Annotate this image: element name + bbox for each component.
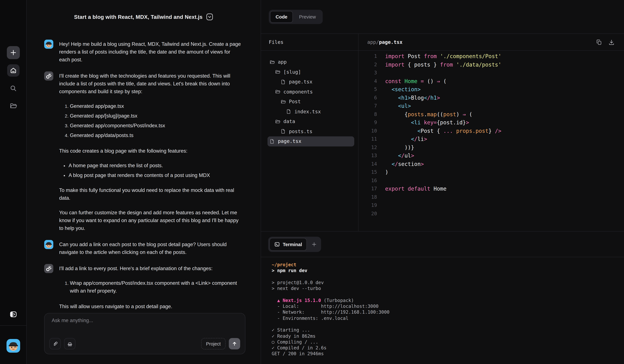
terminal-line: ✓ Compiled / in 2.6s (272, 345, 621, 351)
message-content: I'll add a link to every post. Here's a … (59, 264, 241, 310)
tab-preview[interactable]: Preview (294, 11, 321, 23)
download-code-button[interactable] (608, 39, 615, 46)
attach-button[interactable] (50, 338, 61, 349)
file-tree-item-page-tsx[interactable]: page.tsx (267, 136, 354, 146)
file-name: posts.ts (289, 129, 312, 134)
terminal-line: ○ Compiling / ... (272, 339, 621, 345)
new-chat-button[interactable] (7, 46, 20, 59)
workspace-header: Code Preview (261, 0, 624, 34)
breadcrumb: app/page.tsx (367, 34, 403, 51)
search-button[interactable] (9, 84, 17, 92)
terminal-line: GET / 200 in 2946ms (272, 351, 621, 357)
terminal-line: - Environments: .env.local (272, 315, 621, 321)
file-tree-item-data[interactable]: data (267, 117, 354, 126)
code-text: <ul> (377, 102, 411, 110)
code-line: 11 </li> (358, 135, 624, 143)
terminal-line (272, 291, 621, 297)
code-line: 3 (358, 69, 624, 77)
message-paragraph: Can you add a link on each post to the b… (59, 241, 241, 256)
file-tree-item-index-tsx[interactable]: index.tsx (267, 107, 354, 117)
line-number: 19 (358, 201, 377, 210)
file-tree-item-components[interactable]: components (267, 87, 354, 97)
folder-icon (9, 102, 17, 110)
line-number: 4 (358, 77, 377, 85)
code-text (377, 201, 388, 210)
file-name: data (283, 119, 295, 124)
code-text: const Home = () ⇒ ( (377, 77, 446, 85)
line-number: 8 (358, 110, 377, 119)
projects-folder-button[interactable] (9, 102, 17, 110)
code-text: <h1>Blog</h1> (377, 94, 440, 102)
file-name: page.tsx (289, 79, 312, 85)
send-button[interactable] (229, 338, 240, 349)
list-item: Generated app/components/Post/index.tsx (70, 122, 241, 130)
terminal-line: > next dev --turbo (272, 285, 621, 291)
file-tree-item-posts-ts[interactable]: posts.ts (267, 126, 354, 136)
terminal-line: ✓ Ready in 862ms (272, 333, 621, 339)
code-line: 16 (358, 176, 624, 185)
code-line: 9 <li key={post.id}> (358, 119, 624, 127)
code-line: 4const Home = () ⇒ ( (358, 77, 624, 85)
chat-message-assistant: I'll create the blog with the technologi… (44, 72, 246, 232)
assistant-avatar (44, 72, 53, 80)
plus-icon (10, 49, 17, 56)
search-icon (9, 84, 17, 92)
composer: Project (44, 313, 245, 354)
code-text: export default Home (377, 185, 446, 193)
file-tree-item-app[interactable]: app (267, 57, 354, 67)
code-line: 13 </ul> (358, 152, 624, 160)
breadcrumb-dir: app/ (367, 39, 379, 45)
add-terminal-button[interactable] (308, 238, 320, 251)
code-line: 14 </section> (358, 160, 624, 168)
file-name: page.tsx (278, 139, 301, 144)
code-text: <li key={post.id}> (377, 119, 469, 127)
account-avatar[interactable] (6, 339, 20, 353)
code-editor[interactable]: 1import Post from './components/Post'2im… (358, 51, 624, 231)
toggle-panel-button[interactable] (9, 310, 17, 318)
terminal-line (272, 274, 621, 280)
line-number: 9 (358, 119, 377, 127)
message-paragraph: Hey! Help me build a blog using React, M… (59, 40, 241, 64)
line-number: 6 (358, 94, 377, 102)
code-line: 15) (358, 168, 624, 176)
code-text: </li> (377, 135, 427, 143)
code-line: 20 (358, 210, 624, 218)
tab-code[interactable]: Code (270, 11, 293, 23)
numbered-list: Generated app/page.tsxGenerated app/[slu… (59, 102, 241, 139)
copy-code-button[interactable] (596, 39, 602, 46)
file-tree-item-page-tsx[interactable]: page.tsx (267, 77, 354, 87)
message-content: Hey! Help me build a blog using React, M… (59, 40, 241, 64)
terminal-tab[interactable]: Terminal (269, 238, 307, 251)
code-line: 2import { posts } from './data/posts' (358, 61, 624, 69)
home-button[interactable] (7, 64, 20, 77)
code-text: <section> (377, 85, 421, 94)
line-number: 5 (358, 85, 377, 94)
sidebar-divider (0, 325, 26, 326)
chat-message-user: Can you add a link on each post to the b… (44, 240, 246, 256)
line-number: 12 (358, 143, 377, 152)
chat-input[interactable] (52, 317, 238, 331)
app-window: Start a blog with React, MDX, Tailwind a… (0, 0, 624, 364)
terminal-output[interactable]: ~/project> npm run dev > project@1.0.0 d… (272, 262, 621, 364)
file-tree-item-post[interactable]: Post (267, 97, 354, 107)
file-name: [slug] (283, 69, 301, 75)
terminal-tab-label: Terminal (283, 242, 302, 247)
terminal-line: ~/project (272, 262, 621, 268)
list-item: Wrap app/components/Post/index.tsx compo… (70, 279, 241, 295)
chevron-down-icon[interactable] (206, 13, 213, 21)
line-number: 7 (358, 102, 377, 110)
code-text (377, 69, 388, 77)
file-name: components (283, 89, 313, 95)
code-line: 7 <ul> (358, 102, 624, 110)
code-text (377, 176, 388, 185)
terminal-header: Terminal (261, 231, 624, 257)
file-tree-item--slug-[interactable]: [slug] (267, 67, 354, 77)
view-toggle: Code Preview (269, 10, 323, 24)
chat-panel: Start a blog with React, MDX, Tailwind a… (27, 0, 261, 364)
project-button[interactable]: Project (201, 338, 226, 349)
agent-mode-button[interactable] (64, 338, 75, 349)
message-paragraph: I'll create the blog with the technologi… (59, 72, 241, 96)
line-number: 17 (358, 185, 377, 193)
code-line: 1import Post from './components/Post' (358, 52, 624, 61)
line-number: 15 (358, 168, 377, 176)
